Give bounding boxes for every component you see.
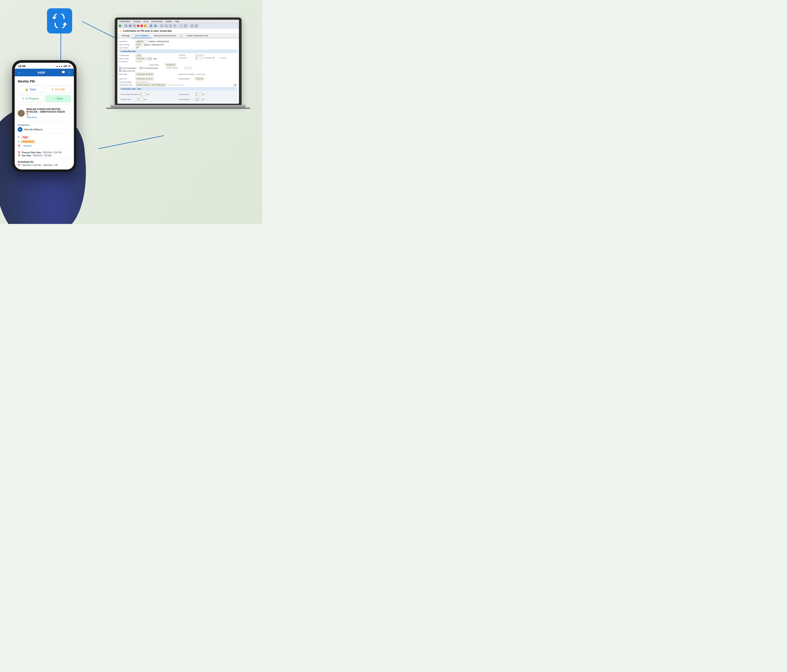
dd-value: 7/06/2024, 7:00 AM	[32, 154, 51, 157]
toolbar-red-btn[interactable]	[137, 24, 139, 27]
launch-date-row: Launch Date 05/30/2023	[119, 63, 237, 66]
toolbar-red-btn2[interactable]	[141, 24, 143, 27]
lock-icon: 🔓	[25, 88, 28, 91]
toolbar-green-btn[interactable]	[119, 24, 121, 27]
sequence-value[interactable]: 4000419	[136, 40, 148, 43]
toolbar-person2[interactable]: 👥	[154, 24, 157, 28]
phone-container: 12:59 ▲▲▲ wifi 72 ← 6430 💬 ⋮	[12, 60, 76, 172]
tab-measurement[interactable]: Measurement documents	[151, 33, 179, 38]
toolbar-nav1[interactable]: ◁	[160, 24, 164, 28]
np-value[interactable]	[136, 61, 142, 62]
menu-process[interactable]: Process	[133, 21, 141, 22]
pw-value[interactable]: 4	[137, 98, 144, 101]
we-value[interactable]: 05/29/2023 12:00:41	[136, 77, 153, 80]
tab-list-objects[interactable]: List of Objects	[133, 33, 152, 38]
launch-criteria-label: Launch criteria	[166, 67, 182, 69]
in-progress-label: In Progress	[25, 97, 39, 100]
launch-criteria-value[interactable]	[185, 67, 191, 69]
cd-label: Cause deviation	[119, 81, 134, 83]
syst-label: Syst. Status	[119, 47, 134, 49]
rd-value[interactable]: 0	[196, 93, 202, 96]
no-remaining-checkbox[interactable]: ✓	[140, 67, 142, 69]
status-time: 12:59	[18, 65, 25, 68]
final-conf-check[interactable]: ✓ Final Confirmation	[119, 67, 136, 69]
rw-value[interactable]: 6	[196, 57, 202, 59]
done-btn[interactable]: ✓ Done	[45, 95, 71, 102]
scheduled-row: 📅 7/05/2024, 5:00 PM - 7/06/2024, 7:00	[18, 164, 71, 166]
sd-value[interactable]: 4.0	[196, 98, 202, 101]
status-bar: 12:59 ▲▲▲ wifi 72	[15, 63, 74, 69]
ac-value[interactable]	[196, 74, 202, 75]
progress-icon: ↻	[22, 97, 24, 100]
cd-value[interactable]	[136, 82, 149, 83]
toolbar-help[interactable]: ?	[190, 24, 194, 28]
menu-goto[interactable]: Go to	[144, 21, 149, 22]
write-off-label: Write off the rest	[122, 70, 135, 72]
conf-value[interactable]: 7231	[136, 54, 141, 57]
tab-message[interactable]: Message	[119, 33, 133, 38]
wc-val1[interactable]: TESTING	[136, 57, 145, 60]
phone-content: Weekly PM 🔓 Open ⏸ On Hold ↻	[15, 76, 74, 169]
sap-title-bar: ⚠ Confirmation for PM order to enter: Ac…	[117, 28, 239, 33]
toolbar-fwd[interactable]: ▶▶	[128, 24, 132, 28]
cal-icon-1: 📅	[18, 151, 21, 154]
status-tag: Planned	[22, 144, 33, 148]
on-hold-label: On Hold	[55, 88, 65, 91]
write-off-checkbox[interactable]: ✓	[119, 70, 121, 72]
ws-value[interactable]: 05/29/2023 06:00:00	[136, 73, 153, 76]
oper-value[interactable]: 0010	[136, 43, 142, 46]
ar-value[interactable]: 0	[140, 93, 146, 96]
write-off-check[interactable]: ✓ Write off the rest	[119, 70, 135, 72]
toolbar-nav2[interactable]: △	[164, 24, 168, 28]
rubr-value[interactable]	[196, 55, 204, 55]
wc-val3: Test	[153, 58, 157, 60]
rw-label: Real work	[179, 57, 194, 59]
toolbar-grid[interactable]: ⊞	[133, 24, 136, 28]
sap-menubar: Confirmation Process Go to Environment S…	[117, 20, 239, 24]
assignee-row: M Michelle Williams	[18, 127, 71, 132]
toolbar-window2[interactable]: ⊡	[184, 24, 187, 28]
on-hold-btn[interactable]: ⏸ On Hold	[45, 86, 71, 93]
script-dur-row: Script duration 4.0 H	[179, 98, 235, 101]
toolbar-nav3[interactable]: ▷	[169, 24, 172, 28]
toolbar-settings[interactable]: ⚙	[194, 24, 198, 28]
menu-help[interactable]: Help	[175, 21, 179, 22]
priority-tag-row: ⚑ High	[18, 136, 71, 139]
final-conf-checkbox[interactable]: ✓	[119, 67, 121, 69]
toolbar-window[interactable]: ⬜	[180, 24, 183, 28]
act-type-value[interactable]	[220, 57, 226, 59]
no-remaining-check[interactable]: ✓ No Remaining work	[140, 67, 158, 69]
ar-unit: H	[147, 93, 149, 96]
view-more-link[interactable]: View more	[27, 116, 68, 119]
asset-row[interactable]: REDLER CONVEYOR MOTOR - RC44-25C - 34804…	[18, 106, 71, 120]
toolbar-nav4[interactable]: ▽	[173, 24, 177, 28]
tab-create-order[interactable]: Create subsequent order	[184, 33, 211, 38]
ct-value[interactable]: EVERYTHING OK, NO PROBLEMS	[136, 84, 166, 86]
menu-environment[interactable]: Environment	[152, 21, 163, 22]
wc-val2[interactable]: 1710	[147, 57, 152, 60]
ac-label: Actual conf. duration	[179, 73, 194, 75]
in-progress-btn[interactable]: ↻ In Progress	[18, 95, 44, 102]
nav-title: 6430	[38, 71, 45, 74]
done-label: Done	[57, 97, 63, 100]
chat-icon[interactable]: 💬	[62, 70, 65, 74]
pw-label: Planned work	[121, 98, 136, 100]
calendar-icon: 📅	[18, 145, 21, 147]
conf-text-expand[interactable]: ▶	[234, 84, 237, 86]
assignee-avatar: M	[18, 127, 22, 132]
rubr-row: RubrSal.	[179, 54, 237, 56]
ep-value[interactable]: 24:00:00	[195, 77, 204, 80]
menu-confirmation[interactable]: Confirmation	[119, 21, 130, 22]
sequence-desc: WEEKLY PREVENTIVE	[149, 40, 169, 43]
launch-date-value[interactable]: 05/30/2023	[166, 63, 176, 66]
toolbar-back[interactable]: ◀	[124, 24, 128, 28]
menu-system[interactable]: System	[166, 21, 172, 22]
open-btn[interactable]: 🔓 Open	[18, 86, 44, 93]
more-icon[interactable]: ⋮	[67, 70, 71, 74]
ps-value: 7/05/2024, 5:00 PM	[43, 151, 62, 154]
sd-unit: H	[203, 98, 204, 101]
toolbar-person1[interactable]: 👤	[149, 24, 153, 28]
back-btn[interactable]: ←	[18, 71, 21, 74]
sync-icon	[52, 14, 67, 28]
toolbar-yellow-btn[interactable]	[144, 24, 147, 27]
